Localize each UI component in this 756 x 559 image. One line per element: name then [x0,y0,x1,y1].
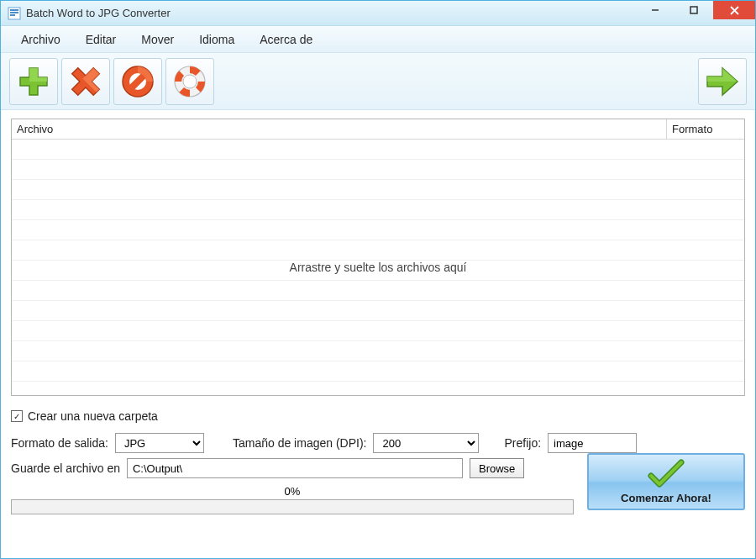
prefix-label: Prefijo: [504,436,541,450]
grid-row [12,361,744,382]
no-entry-icon [119,63,156,100]
progress-bar [11,499,574,514]
toolbar [1,53,755,110]
arrow-right-icon [702,63,743,100]
convert-button[interactable] [698,58,747,105]
svg-rect-5 [690,7,697,13]
lifebuoy-icon [171,63,208,100]
window-buttons [636,1,755,25]
format-select[interactable]: JPG [115,433,204,453]
grid-row [12,240,744,261]
file-grid[interactable]: Archivo Formato Arrastre y suelte los ar… [11,119,745,396]
prefix-input[interactable] [548,433,637,453]
svg-rect-1 [10,9,18,11]
column-formato[interactable]: Formato [667,119,744,139]
menubar: Archivo Editar Mover Idioma Acerca de [1,26,755,53]
minimize-button[interactable] [636,1,675,19]
save-path-label: Guarde el archivo en [11,461,120,475]
svg-point-12 [183,75,197,88]
add-button[interactable] [9,58,58,105]
grid-row [12,160,744,180]
progress-percent-label: 0% [11,485,574,498]
svg-rect-3 [10,14,15,16]
maximize-button[interactable] [675,1,713,19]
help-button[interactable] [165,58,214,105]
format-label: Formato de salida: [11,436,108,450]
grid-row [12,341,744,361]
content-area: Archivo Formato Arrastre y suelte los ar… [1,110,755,401]
save-path-row: Guarde el archivo en Browse [11,458,574,478]
grid-body[interactable]: Arrastre y suelte los archivos aquí [12,140,744,395]
svg-rect-2 [10,12,18,13]
remove-button[interactable] [61,58,110,105]
plus-icon [15,63,52,100]
options-panel: ✓ Crear una nueva carpeta Formato de sal… [1,401,755,453]
menu-acerca-de[interactable]: Acerca de [249,28,323,51]
grid-header: Archivo Formato [12,119,744,140]
dpi-select[interactable]: 200 [373,433,479,453]
titlebar: Batch Word to JPG Converter [1,1,755,26]
menu-idioma[interactable]: Idioma [189,28,244,51]
close-button[interactable] [713,1,755,19]
x-icon [67,63,104,100]
grid-row [12,180,744,200]
start-button-label: Comenzar Ahora! [621,492,711,504]
format-row: Formato de salida: JPG Tamaño de imagen … [11,433,745,453]
menu-editar[interactable]: Editar [76,28,127,51]
grid-row [12,220,744,240]
checkmark-icon [648,459,685,492]
window-title: Batch Word to JPG Converter [26,7,636,19]
start-button[interactable]: Comenzar Ahora! [587,453,745,510]
progress-area: 0% [11,485,574,514]
menu-mover[interactable]: Mover [131,28,184,51]
grid-row [12,200,744,220]
new-folder-row: ✓ Crear una nueva carpeta [11,409,745,423]
new-folder-label: Crear una nueva carpeta [28,409,158,423]
bottom-panel: Guarde el archivo en Browse 0% Comenzar … [1,453,755,523]
dpi-label: Tamaño de imagen (DPI): [233,436,367,450]
grid-row [12,321,744,341]
menu-archivo[interactable]: Archivo [11,28,71,51]
grid-row [12,140,744,160]
browse-button[interactable]: Browse [470,458,524,478]
app-icon [8,7,21,20]
clear-button[interactable] [113,58,162,105]
save-path-input[interactable] [127,458,463,478]
grid-row [12,301,744,321]
grid-row [12,281,744,301]
drop-hint: Arrastre y suelte los archivos aquí [290,261,467,274]
column-archivo[interactable]: Archivo [12,119,667,139]
new-folder-checkbox[interactable]: ✓ [11,410,23,422]
